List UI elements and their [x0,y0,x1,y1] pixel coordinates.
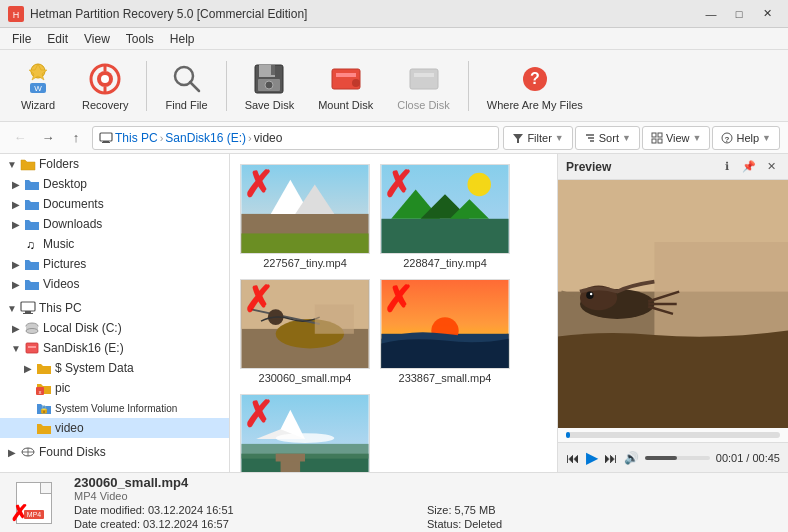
wizard-button[interactable]: W Wizard [8,54,68,118]
svg-point-85 [586,292,593,299]
local-disk-icon [24,320,40,336]
toolbar-separator-1 [146,61,147,111]
breadcrumb-sandisk[interactable]: SanDisk16 (E:) [165,131,246,145]
sort-button[interactable]: Sort ▼ [575,126,640,150]
sidebar-label-system-data: $ System Data [55,361,134,375]
sidebar-item-videos[interactable]: ▶ Videos [0,274,229,294]
menu-edit[interactable]: Edit [39,30,76,48]
toggle-sandisk[interactable]: ▼ [8,340,24,356]
sidebar-label-found-disks: Found Disks [39,445,106,459]
toggle-folders[interactable]: ▼ [4,156,20,172]
menu-tools[interactable]: Tools [118,30,162,48]
view-button[interactable]: View ▼ [642,126,711,150]
svg-rect-67 [315,304,354,333]
find-file-icon [169,61,205,97]
svg-point-86 [590,293,592,295]
volume-button[interactable]: 🔊 [624,451,639,465]
svg-rect-33 [658,139,662,143]
file-item-5[interactable]: ✗ 234930_tiny.mp4 [240,394,370,472]
toggle-documents[interactable]: ▶ [8,196,24,212]
delete-mark-5: ✗ [243,397,273,433]
thumb-4: ✗ [380,279,510,369]
toggle-found-disks[interactable]: ▶ [4,444,20,460]
close-disk-button[interactable]: Close Disk [387,54,460,118]
sidebar-label-videos: Videos [43,277,79,291]
play-button[interactable]: ▶ [586,448,598,467]
address-bar: ← → ↑ This PC › SanDisk16 (E:) › video F… [0,122,788,154]
sidebar-item-system-volume[interactable]: ▶ 🔒 System Volume Information [0,398,229,418]
mount-disk-button[interactable]: Mount Disk [308,54,383,118]
preview-info-button[interactable]: ℹ [718,158,736,176]
sidebar-item-found-disks[interactable]: ▶ Found Disks [0,442,229,462]
menu-view[interactable]: View [76,30,118,48]
forward-button[interactable]: → [36,126,60,150]
svg-rect-32 [652,139,656,143]
svg-rect-30 [652,133,656,137]
filter-button[interactable]: Filter ▼ [503,126,572,150]
toggle-downloads[interactable]: ▶ [8,216,24,232]
minimize-button[interactable]: — [698,4,724,24]
delete-mark-1: ✗ [243,167,273,203]
svg-line-10 [190,82,199,91]
sidebar-item-pic[interactable]: ▶ x pic [0,378,229,398]
title-bar-controls[interactable]: — □ ✕ [698,4,780,24]
find-file-button[interactable]: Find File [155,54,217,118]
help-icon: ? [721,132,733,144]
svg-point-15 [265,81,273,89]
sidebar-item-this-pc[interactable]: ▼ This PC [0,298,229,318]
toggle-pictures[interactable]: ▶ [8,256,24,272]
up-button[interactable]: ↑ [64,126,88,150]
toggle-this-pc[interactable]: ▼ [4,300,20,316]
preview-close-button[interactable]: ✕ [762,158,780,176]
breadcrumb-this-pc[interactable]: This PC [115,131,158,145]
menu-help[interactable]: Help [162,30,203,48]
back-button[interactable]: ← [8,126,32,150]
preview-pin-button[interactable]: 📌 [740,158,758,176]
system-volume-icon: 🔒 [36,400,52,416]
maximize-button[interactable]: □ [726,4,752,24]
sidebar-item-video[interactable]: ▶ video [0,418,229,438]
sidebar-item-pictures[interactable]: ▶ Pictures [0,254,229,274]
size-label: Size: [427,504,451,516]
where-files-button[interactable]: ? Where Are My Files [477,54,593,118]
toggle-system-data[interactable]: ▶ [20,360,36,376]
sidebar-item-sandisk[interactable]: ▼ SanDisk16 (E:) [0,338,229,358]
sidebar-item-system-data[interactable]: ▶ $ System Data [0,358,229,378]
preview-progress-fill [566,432,570,438]
computer-icon [20,300,36,316]
sidebar-item-downloads[interactable]: ▶ Downloads [0,214,229,234]
svg-rect-31 [658,133,662,137]
menu-file[interactable]: File [4,30,39,48]
file-item-1[interactable]: ✗ 227567_tiny.mp4 [240,164,370,269]
sidebar-item-folders[interactable]: ▼ Folders [0,154,229,174]
status-filename: 230060_small.mp4 [74,475,778,490]
preview-content [558,180,788,428]
status-value: Deleted [464,518,502,530]
sidebar-item-documents[interactable]: ▶ Documents [0,194,229,214]
sidebar-label-system-volume: System Volume Information [55,403,177,414]
save-disk-button[interactable]: Save Disk [235,54,305,118]
toggle-local-disk[interactable]: ▶ [8,320,24,336]
sidebar-label-video: video [55,421,84,435]
toggle-videos[interactable]: ▶ [8,276,24,292]
thumb-5: ✗ [240,394,370,472]
filter-icon [512,132,524,144]
help-button[interactable]: ? Help ▼ [712,126,780,150]
skip-back-button[interactable]: ⏮ [566,450,580,466]
sort-icon [584,132,596,144]
recovery-button[interactable]: Recovery [72,54,138,118]
wizard-icon: W [20,61,56,97]
created-label: Date created: [74,518,140,530]
sidebar-item-music[interactable]: ▶ ♫ Music [0,234,229,254]
file-item-4[interactable]: ✗ 233867_small.mp4 [380,279,510,384]
file-item-3[interactable]: ✗ 230060_small.mp4 [240,279,370,384]
sidebar-item-desktop[interactable]: ▶ Desktop [0,174,229,194]
skip-forward-button[interactable]: ⏭ [604,450,618,466]
volume-bar[interactable] [645,456,710,460]
file-item-2[interactable]: ✗ 228847_tiny.mp4 [380,164,510,269]
sidebar-item-local-disk[interactable]: ▶ Local Disk (C:) [0,318,229,338]
preview-progress-bar[interactable] [566,432,780,438]
close-button[interactable]: ✕ [754,4,780,24]
music-icon: ♫ [24,236,40,252]
toggle-desktop[interactable]: ▶ [8,176,24,192]
